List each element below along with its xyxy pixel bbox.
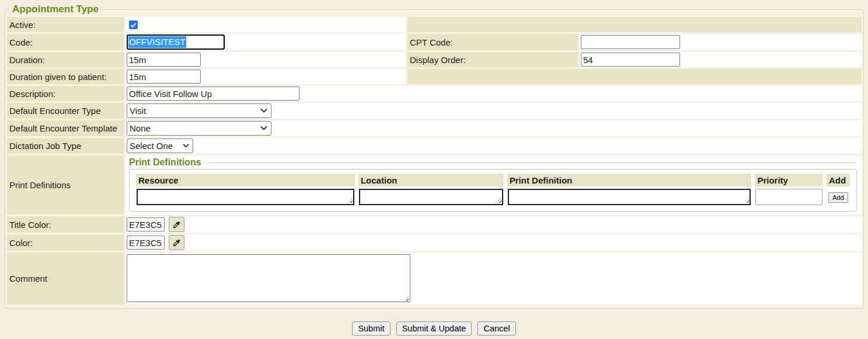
print-definitions-label: Print Definitions [7,155,124,215]
priority-input[interactable] [755,189,822,205]
submit-and-update-button[interactable]: Submit & Update [396,321,472,335]
row-encounter-type: Default Encounter Type Visit [7,103,862,119]
print-definition-input[interactable] [508,189,751,205]
code-input[interactable]: OFFVISITEST [127,34,225,50]
dictation-job-type-selected: Select One [130,141,173,151]
description-input[interactable] [127,87,299,101]
encounter-type-select[interactable]: Visit [127,103,271,118]
row-dictation-job-type: Dictation Job Type Select One [7,138,862,154]
row-title-color: Title Color: [7,216,862,233]
display-order-label: Display Order: [407,52,578,67]
encounter-template-label: Default Encounter Template [7,120,124,136]
row-comment: Comment [7,252,862,305]
print-definitions-legend: Print Definitions [129,157,201,168]
color-picker-button[interactable] [169,235,184,250]
comment-textarea[interactable] [127,254,410,302]
active-checkbox[interactable] [129,20,138,29]
eyedropper-icon [172,238,181,247]
dictation-job-type-select[interactable]: Select One [127,139,193,153]
resource-combo [137,189,354,205]
color-input[interactable] [127,236,165,250]
row-code: Code: OFFVISITEST CPT Code: [7,34,862,50]
dictation-job-type-label: Dictation Job Type [7,138,124,154]
print-definitions-legend-row: Print Definitions [129,157,858,168]
resource-input[interactable] [137,189,354,205]
location-input[interactable] [359,189,503,205]
form-actions: Submit Submit & Update Cancel [0,321,868,335]
code-selected-text: OFFVISITEST [128,36,186,48]
encounter-type-label: Default Encounter Type [7,103,124,119]
cpt-code-label: CPT Code: [407,34,578,50]
code-label: Code: [7,34,124,50]
priority-column-header: Priority [755,174,823,186]
cpt-code-input[interactable] [581,35,680,49]
print-definitions-table: Resource Location Print Definition Prior… [133,172,853,207]
appointment-type-form: Active: Code: OFFVISITEST CPT Code: [5,15,863,306]
title-color-picker-button[interactable] [169,217,184,232]
checkmark-icon [130,22,137,28]
duration-patient-label: Duration given to patient: [7,69,124,84]
encounter-type-selected: Visit [130,106,146,116]
print-definitions-input-row: Add [136,188,850,206]
cancel-button[interactable]: Cancel [477,321,515,335]
page-title: Appointment Type [9,4,102,15]
row-description: Description: [7,86,862,101]
submit-button[interactable]: Submit [352,321,390,335]
filler-cell [407,17,862,32]
encounter-template-select[interactable]: None [127,121,271,136]
encounter-template-selected: None [130,123,151,133]
chevron-down-icon [183,144,189,148]
print-definition-column-header: Print Definition [507,174,752,186]
filler-cell [407,69,862,84]
eyedropper-icon [172,220,181,229]
duration-label: Duration: [7,52,124,67]
title-color-input[interactable] [127,217,165,231]
fieldset-rule [206,162,856,163]
row-active: Active: [7,17,862,32]
chevron-down-icon [260,126,267,130]
row-duration: Duration: Display Order: [7,52,862,67]
location-combo [359,189,503,205]
row-color: Color: [7,234,862,251]
comment-label: Comment [7,252,124,305]
resource-column-header: Resource [136,174,355,186]
duration-input[interactable] [127,53,201,67]
print-definitions-header-row: Resource Location Print Definition Prior… [136,174,850,186]
description-label: Description: [7,86,124,101]
add-button[interactable]: Add [828,192,848,203]
row-encounter-template: Default Encounter Template None [7,120,862,136]
active-label: Active: [7,17,124,32]
duration-patient-input[interactable] [127,70,201,84]
appointment-type-fieldset: Appointment Type Active: Code: OFFVISITE… [5,4,864,309]
add-column-header: Add [827,174,850,186]
print-definitions-box: Resource Location Print Definition Prior… [129,169,857,212]
color-label: Color: [7,234,124,251]
location-column-header: Location [358,174,504,186]
row-print-definitions: Print Definitions Print Definitions Reso… [7,155,862,215]
chevron-down-icon [260,109,267,113]
print-definition-combo [508,189,751,205]
row-duration-patient: Duration given to patient: [7,69,862,84]
display-order-input[interactable] [581,53,680,67]
title-color-label: Title Color: [7,216,124,233]
